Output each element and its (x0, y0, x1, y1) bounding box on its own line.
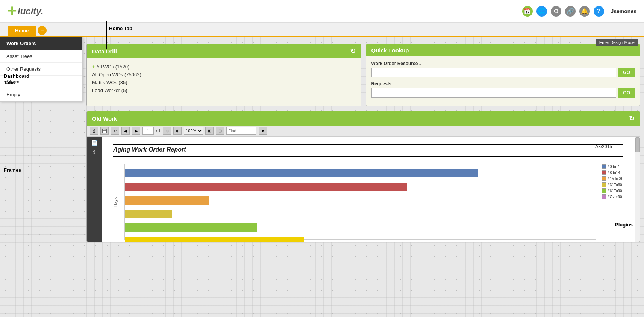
fit-page-button[interactable]: ⊞ (205, 127, 214, 135)
next-page-button[interactable]: ⊕ (173, 127, 182, 135)
work-order-resource-input[interactable] (371, 68, 617, 77)
logo: ✛ lucity. (8, 6, 43, 17)
header: ✛ lucity. 📅 🌐 ⚙ 🔗 🔔 ? Jsemones (0, 0, 644, 23)
undo-button[interactable]: ↩ (111, 127, 119, 135)
tab-home[interactable]: Home (8, 26, 36, 36)
legend-item-2: #15 to 30 (602, 176, 623, 181)
legend-swatch-3 (602, 182, 606, 187)
old-work-frame: Old Work ↻ 🖨 💾 ↩ ◀ ▶ / 1 ⊙ ⊕ 109% 1 (86, 111, 640, 242)
help-icon[interactable]: ? (594, 6, 604, 17)
data-drill-frame: Data Drill ↻ + All WOs (1520) All Open W… (86, 44, 361, 106)
report-toolbar: 🖨 💾 ↩ ◀ ▶ / 1 ⊙ ⊕ 109% 100% 75% ⊞ ⊡ (87, 126, 640, 137)
report-title: Aging Work Order Report (113, 146, 623, 153)
work-order-resource-label: Work Order Resource # (371, 61, 635, 66)
old-work-title: Old Work (92, 115, 117, 122)
bar-4 (125, 223, 257, 232)
requests-label: Requests (371, 81, 635, 86)
quick-lookup-body: Work Order Resource # GO Requests GO (366, 56, 640, 106)
sidebar-item-empty[interactable]: Empty (0, 88, 82, 101)
find-dropdown-button[interactable]: ▼ (259, 127, 267, 135)
data-drill-item-3[interactable]: Lead Worker (5) (92, 86, 356, 94)
tab-add-button[interactable]: + (38, 26, 47, 35)
report-divider (113, 156, 623, 157)
chart-bars (124, 164, 596, 240)
print-button[interactable]: 🖨 (90, 127, 98, 135)
bar-1 (125, 183, 407, 191)
bar-2 (125, 196, 209, 205)
sidebar-item-work-orders[interactable]: Work Orders (0, 37, 82, 50)
username-label: Jsemones (611, 8, 636, 14)
report-date: 7/8/2015 (594, 144, 612, 149)
work-order-go-button[interactable]: GO (618, 68, 635, 77)
data-drill-item-0[interactable]: + All WOs (1520) (92, 63, 356, 71)
report-scrollbar-thumb[interactable] (635, 137, 640, 152)
legend-label-2: #15 to 30 (608, 177, 623, 181)
old-work-header: Old Work ↻ (87, 111, 640, 126)
legend-item-3: #31To60 (602, 182, 623, 187)
forward-button[interactable]: ▶ (132, 127, 140, 135)
header-icons: 📅 🌐 ⚙ 🔗 🔔 ? Jsemones (522, 6, 636, 17)
data-drill-header: Data Drill ↻ (87, 44, 361, 58)
report-page-icon[interactable]: 📄 (91, 140, 98, 146)
requests-go-button[interactable]: GO (618, 88, 635, 98)
calendar-icon[interactable]: 📅 (522, 6, 533, 17)
sidebar-item-asset-trees[interactable]: Asset Trees (0, 50, 82, 63)
page-number-input[interactable] (142, 127, 154, 135)
sidebar-item-storm[interactable]: Storm (0, 76, 82, 88)
report-left-bar: 📄 ⇕ (87, 137, 102, 242)
old-work-refresh-icon[interactable]: ↻ (629, 114, 635, 123)
bar-row-5 (125, 236, 596, 242)
legend-item-4: #61To90 (602, 188, 623, 193)
legend-label-1: #8 to14 (608, 171, 620, 175)
page-total-label: / 1 (156, 129, 161, 133)
link-icon[interactable]: 🔗 (565, 6, 576, 17)
requests-row: GO (371, 88, 635, 98)
data-drill-item-2[interactable]: Matt's WOs (35) (92, 79, 356, 86)
bar-3 (125, 210, 172, 218)
data-drill-title: Data Drill (92, 48, 117, 55)
quick-lookup-title: Quick Lookup (371, 47, 409, 53)
bar-0 (125, 169, 478, 177)
quick-lookup-frame: Quick Lookup Work Order Resource # GO Re… (366, 44, 641, 106)
chart-y-label: Days (113, 164, 118, 240)
logo-text: lucity. (18, 6, 43, 17)
legend-swatch-1 (602, 170, 606, 175)
legend-label-0: #0 to 7 (608, 165, 619, 169)
settings-icon[interactable]: ⚙ (551, 6, 561, 17)
report-scrollbar[interactable] (635, 137, 640, 242)
grid-button[interactable]: ⊡ (216, 127, 224, 135)
bell-icon[interactable]: 🔔 (579, 6, 590, 17)
legend-item-0: #0 to 7 (602, 164, 623, 169)
report-main: Aging Work Order Report 7/8/2015 Days (102, 137, 635, 242)
sidebar-item-other-requests[interactable]: Other Requests (0, 63, 82, 76)
legend-swatch-0 (602, 164, 606, 169)
report-nav-icon[interactable]: ⇕ (92, 149, 97, 155)
zoom-select[interactable]: 109% 100% 75% (184, 127, 203, 135)
legend-item-5: #Over90 (602, 194, 623, 199)
data-drill-item-1[interactable]: All Open WOs (75062) (92, 71, 356, 79)
bar-row-4 (125, 222, 596, 233)
legend-swatch-2 (602, 176, 606, 181)
globe-icon[interactable]: 🌐 (536, 6, 547, 17)
data-drill-body: + All WOs (1520) All Open WOs (75062) Ma… (87, 58, 361, 99)
tab-bar: Home + (0, 23, 644, 37)
bar-5 (125, 237, 304, 242)
logo-plus-icon: ✛ (8, 6, 16, 17)
report-content: 📄 ⇕ Aging Work Order Report 7/8/2015 Day… (87, 137, 640, 242)
sidebar-menu: Work Orders Asset Trees Other Requests S… (0, 37, 83, 102)
back-button[interactable]: ◀ (121, 127, 130, 135)
save-button[interactable]: 💾 (100, 127, 109, 135)
data-drill-refresh-icon[interactable]: ↻ (350, 47, 356, 55)
legend-item-1: #8 to14 (602, 170, 623, 175)
bar-row-1 (125, 182, 596, 192)
legend-swatch-5 (602, 194, 606, 199)
find-input[interactable] (226, 127, 256, 135)
chart-legend: #0 to 7 #8 to14 #15 to 30 (602, 164, 623, 240)
requests-input[interactable] (371, 88, 617, 98)
bar-row-2 (125, 195, 596, 206)
design-mode-button[interactable]: Enter Design Mode (596, 39, 638, 46)
content-area: Enter Design Mode Data Drill ↻ + All WOs… (0, 37, 644, 317)
prev-page-button[interactable]: ⊙ (163, 127, 171, 135)
legend-label-4: #61To90 (608, 189, 622, 193)
bar-row-0 (125, 168, 596, 179)
